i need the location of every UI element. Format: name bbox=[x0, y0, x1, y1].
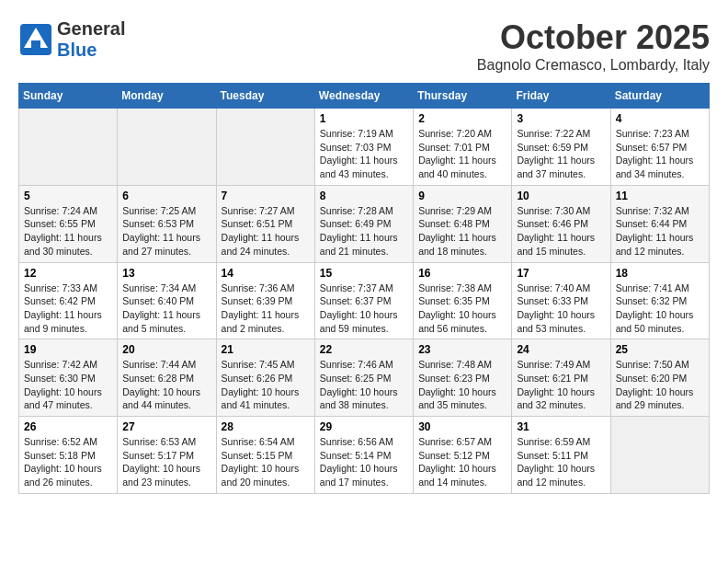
day-info: Sunrise: 7:33 AMSunset: 6:42 PMDaylight:… bbox=[24, 282, 112, 336]
header-thursday: Thursday bbox=[414, 84, 512, 109]
day-number: 22 bbox=[320, 343, 408, 356]
day-info: Sunrise: 7:20 AMSunset: 7:01 PMDaylight:… bbox=[418, 127, 506, 181]
week-row-5: 26Sunrise: 6:52 AMSunset: 5:18 PMDayligh… bbox=[19, 417, 710, 494]
day-cell bbox=[610, 417, 709, 494]
day-number: 20 bbox=[122, 343, 210, 356]
header-monday: Monday bbox=[118, 84, 216, 109]
logo-blue-text: Blue bbox=[57, 40, 125, 61]
day-cell: 6Sunrise: 7:25 AMSunset: 6:53 PMDaylight… bbox=[118, 185, 216, 262]
day-info: Sunrise: 6:52 AMSunset: 5:18 PMDaylight:… bbox=[24, 435, 112, 489]
calendar-table: Sunday Monday Tuesday Wednesday Thursday… bbox=[18, 83, 710, 494]
day-cell: 23Sunrise: 7:48 AMSunset: 6:23 PMDayligh… bbox=[414, 339, 512, 417]
day-cell: 3Sunrise: 7:22 AMSunset: 6:59 PMDaylight… bbox=[512, 109, 610, 186]
day-cell: 28Sunrise: 6:54 AMSunset: 5:15 PMDayligh… bbox=[216, 417, 314, 494]
week-row-2: 5Sunrise: 7:24 AMSunset: 6:55 PMDaylight… bbox=[19, 185, 710, 262]
day-number: 29 bbox=[320, 420, 408, 433]
day-number: 18 bbox=[616, 267, 704, 280]
day-number: 17 bbox=[517, 267, 605, 280]
day-cell: 14Sunrise: 7:36 AMSunset: 6:39 PMDayligh… bbox=[216, 262, 314, 339]
day-cell: 24Sunrise: 7:49 AMSunset: 6:21 PMDayligh… bbox=[512, 339, 610, 417]
day-info: Sunrise: 6:57 AMSunset: 5:12 PMDaylight:… bbox=[418, 435, 506, 489]
svg-rect-2 bbox=[31, 40, 40, 48]
day-info: Sunrise: 7:49 AMSunset: 6:21 PMDaylight:… bbox=[517, 358, 605, 412]
day-info: Sunrise: 6:56 AMSunset: 5:14 PMDaylight:… bbox=[320, 435, 408, 489]
day-number: 31 bbox=[517, 420, 605, 433]
day-number: 23 bbox=[418, 343, 506, 356]
logo-general-text: General bbox=[57, 18, 125, 40]
day-info: Sunrise: 7:25 AMSunset: 6:53 PMDaylight:… bbox=[122, 204, 210, 259]
day-cell: 11Sunrise: 7:32 AMSunset: 6:44 PMDayligh… bbox=[610, 185, 709, 262]
day-number: 21 bbox=[222, 343, 310, 356]
day-number: 14 bbox=[222, 267, 310, 280]
day-number: 24 bbox=[517, 343, 605, 356]
day-info: Sunrise: 7:50 AMSunset: 6:20 PMDaylight:… bbox=[616, 358, 704, 412]
day-cell: 25Sunrise: 7:50 AMSunset: 6:20 PMDayligh… bbox=[610, 339, 709, 417]
day-cell bbox=[118, 109, 216, 186]
day-info: Sunrise: 7:40 AMSunset: 6:33 PMDaylight:… bbox=[517, 282, 605, 336]
day-info: Sunrise: 7:46 AMSunset: 6:25 PMDaylight:… bbox=[320, 358, 408, 412]
day-number: 12 bbox=[24, 267, 112, 280]
header-sunday: Sunday bbox=[19, 84, 118, 109]
page-header: General Blue October 2025 Bagnolo Cremas… bbox=[18, 18, 710, 74]
day-number: 19 bbox=[24, 343, 112, 356]
day-number: 30 bbox=[418, 420, 506, 433]
day-info: Sunrise: 7:32 AMSunset: 6:44 PMDaylight:… bbox=[616, 204, 704, 259]
week-row-1: 1Sunrise: 7:19 AMSunset: 7:03 PMDaylight… bbox=[19, 109, 710, 186]
day-cell: 18Sunrise: 7:41 AMSunset: 6:32 PMDayligh… bbox=[610, 262, 709, 339]
day-cell: 27Sunrise: 6:53 AMSunset: 5:17 PMDayligh… bbox=[118, 417, 216, 494]
day-number: 28 bbox=[222, 420, 310, 433]
day-number: 5 bbox=[24, 190, 112, 202]
header-wednesday: Wednesday bbox=[314, 84, 413, 109]
logo: General Blue bbox=[18, 18, 125, 61]
day-number: 25 bbox=[616, 343, 704, 356]
day-cell: 9Sunrise: 7:29 AMSunset: 6:48 PMDaylight… bbox=[414, 185, 512, 262]
day-info: Sunrise: 7:29 AMSunset: 6:48 PMDaylight:… bbox=[418, 204, 506, 259]
day-info: Sunrise: 7:19 AMSunset: 7:03 PMDaylight:… bbox=[320, 127, 408, 181]
day-cell: 20Sunrise: 7:44 AMSunset: 6:28 PMDayligh… bbox=[118, 339, 216, 417]
day-cell bbox=[216, 109, 314, 186]
day-info: Sunrise: 7:37 AMSunset: 6:37 PMDaylight:… bbox=[320, 282, 408, 336]
weekday-header-row: Sunday Monday Tuesday Wednesday Thursday… bbox=[19, 84, 710, 109]
week-row-3: 12Sunrise: 7:33 AMSunset: 6:42 PMDayligh… bbox=[19, 262, 710, 339]
day-info: Sunrise: 7:30 AMSunset: 6:46 PMDaylight:… bbox=[517, 204, 605, 259]
day-cell: 31Sunrise: 6:59 AMSunset: 5:11 PMDayligh… bbox=[512, 417, 610, 494]
day-number: 10 bbox=[517, 190, 605, 202]
day-cell: 21Sunrise: 7:45 AMSunset: 6:26 PMDayligh… bbox=[216, 339, 314, 417]
day-cell: 1Sunrise: 7:19 AMSunset: 7:03 PMDaylight… bbox=[314, 109, 413, 186]
day-number: 13 bbox=[122, 267, 210, 280]
day-number: 4 bbox=[616, 112, 704, 125]
day-number: 1 bbox=[320, 112, 408, 125]
day-cell: 7Sunrise: 7:27 AMSunset: 6:51 PMDaylight… bbox=[216, 185, 314, 262]
title-block: October 2025 Bagnolo Cremasco, Lombardy,… bbox=[477, 18, 710, 74]
day-info: Sunrise: 7:27 AMSunset: 6:51 PMDaylight:… bbox=[222, 204, 310, 259]
day-cell: 4Sunrise: 7:23 AMSunset: 6:57 PMDaylight… bbox=[610, 109, 709, 186]
day-info: Sunrise: 6:59 AMSunset: 5:11 PMDaylight:… bbox=[517, 435, 605, 489]
day-info: Sunrise: 7:22 AMSunset: 6:59 PMDaylight:… bbox=[517, 127, 605, 181]
day-info: Sunrise: 7:42 AMSunset: 6:30 PMDaylight:… bbox=[24, 358, 112, 412]
day-info: Sunrise: 7:44 AMSunset: 6:28 PMDaylight:… bbox=[122, 358, 210, 412]
logo-icon bbox=[18, 22, 53, 57]
day-cell: 22Sunrise: 7:46 AMSunset: 6:25 PMDayligh… bbox=[314, 339, 413, 417]
day-number: 8 bbox=[320, 190, 408, 202]
day-info: Sunrise: 7:45 AMSunset: 6:26 PMDaylight:… bbox=[222, 358, 310, 412]
day-cell: 30Sunrise: 6:57 AMSunset: 5:12 PMDayligh… bbox=[414, 417, 512, 494]
header-friday: Friday bbox=[512, 84, 610, 109]
day-cell: 12Sunrise: 7:33 AMSunset: 6:42 PMDayligh… bbox=[19, 262, 118, 339]
day-cell: 8Sunrise: 7:28 AMSunset: 6:49 PMDaylight… bbox=[314, 185, 413, 262]
location-title: Bagnolo Cremasco, Lombardy, Italy bbox=[477, 57, 710, 74]
day-cell: 5Sunrise: 7:24 AMSunset: 6:55 PMDaylight… bbox=[19, 185, 118, 262]
day-cell: 17Sunrise: 7:40 AMSunset: 6:33 PMDayligh… bbox=[512, 262, 610, 339]
day-cell: 29Sunrise: 6:56 AMSunset: 5:14 PMDayligh… bbox=[314, 417, 413, 494]
day-number: 7 bbox=[222, 190, 310, 202]
day-cell: 10Sunrise: 7:30 AMSunset: 6:46 PMDayligh… bbox=[512, 185, 610, 262]
day-number: 27 bbox=[122, 420, 210, 433]
day-number: 2 bbox=[418, 112, 506, 125]
header-saturday: Saturday bbox=[610, 84, 709, 109]
day-info: Sunrise: 7:38 AMSunset: 6:35 PMDaylight:… bbox=[418, 282, 506, 336]
day-cell: 13Sunrise: 7:34 AMSunset: 6:40 PMDayligh… bbox=[118, 262, 216, 339]
day-number: 11 bbox=[616, 190, 704, 202]
header-tuesday: Tuesday bbox=[216, 84, 314, 109]
day-cell: 16Sunrise: 7:38 AMSunset: 6:35 PMDayligh… bbox=[414, 262, 512, 339]
day-cell: 15Sunrise: 7:37 AMSunset: 6:37 PMDayligh… bbox=[314, 262, 413, 339]
day-number: 3 bbox=[517, 112, 605, 125]
